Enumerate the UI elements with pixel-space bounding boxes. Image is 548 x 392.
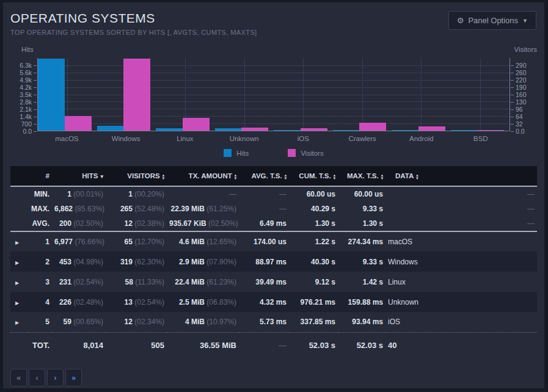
- avg-ts-cell: 5.73 ms: [239, 312, 289, 332]
- os-name: iOS: [388, 318, 400, 326]
- expand-row-button[interactable]: ▶: [10, 272, 27, 292]
- hits-cell: 200 (02.50%): [52, 216, 106, 231]
- expand-caret-icon: ▶: [15, 320, 19, 325]
- empty-value: —: [527, 205, 535, 213]
- avg-ts-cell: 174.00 us: [239, 231, 289, 252]
- y-axis-tick: 0.0: [516, 128, 525, 135]
- cell-value: 5.73 ms: [260, 318, 287, 326]
- empty-value: —: [229, 190, 236, 198]
- expand-row-button[interactable]: ▶: [10, 231, 27, 252]
- expand-row-button[interactable]: ▶: [10, 252, 27, 272]
- os-stats-table-wrap: #HITS▾VISITORS▴▾TX. AMOUNT▴▾AVG. T.S.▴▾C…: [3, 166, 544, 356]
- table-row-linux[interactable]: ▶3231 (02.54%)58 (11.33%)22.4 MiB (61.23…: [10, 272, 537, 292]
- visitors-bar-windows[interactable]: [123, 59, 150, 131]
- os-stats-table: #HITS▾VISITORS▴▾TX. AMOUNT▴▾AVG. T.S.▴▾C…: [10, 166, 537, 356]
- col-header-cum-t-s[interactable]: CUM. T.S.▴▾: [289, 166, 338, 186]
- legend-label: Hits: [236, 150, 249, 157]
- hits-cell: 1 (00.01%): [52, 186, 106, 201]
- visitors-cell: 13 (02.54%): [106, 292, 167, 312]
- cell-value: 6,862: [54, 205, 73, 213]
- y-axis-tick: 3.5k: [20, 91, 32, 98]
- hits-bar-macos[interactable]: [38, 59, 65, 131]
- max-ts-cell: 159.88 ms: [338, 292, 385, 312]
- col-header-tx-amount[interactable]: TX. AMOUNT▴▾: [167, 166, 239, 186]
- sort-both-icon: ▴▾: [416, 173, 418, 180]
- table-row-unknown[interactable]: ▶4226 (02.48%)13 (02.54%)2.5 MiB (06.83%…: [10, 292, 537, 312]
- x-axis-label-crawlers: Crawlers: [333, 131, 392, 142]
- cell-value: 2.5 MiB: [179, 298, 205, 307]
- row-index: 4: [27, 292, 52, 312]
- col-header-avg-t-s[interactable]: AVG. T.S.▴▾: [239, 166, 289, 186]
- expand-caret-icon: ▶: [15, 260, 19, 266]
- cell-value: 319: [120, 258, 133, 266]
- x-axis-label-android: Android: [392, 131, 451, 142]
- visitors-bar-unknown[interactable]: [241, 128, 268, 131]
- cell-percent: (06.83%): [206, 298, 236, 307]
- cell-value: 40: [388, 341, 396, 350]
- expand-caret-icon: ▶: [15, 240, 19, 245]
- y-axis-tick: 290: [516, 62, 527, 69]
- cell-percent: (04.98%): [73, 258, 103, 266]
- cum-ts-cell: 1.30 s: [289, 216, 338, 231]
- hits-bar-linux[interactable]: [156, 128, 183, 131]
- hits-bar-unknown[interactable]: [215, 128, 242, 131]
- y-axis-tick: 700: [21, 120, 32, 128]
- hits-bar-windows[interactable]: [97, 126, 124, 131]
- first-page-button[interactable]: «: [10, 369, 27, 387]
- os-bar-chart: Hits Visitors 6.3k5.6k4.9k4.2k3.5k2.8k2.…: [3, 46, 544, 157]
- summary-row-label: MAX.: [10, 201, 52, 216]
- max-ts-cell: 9.33 s: [338, 201, 385, 216]
- cell-value: 1.30 s: [363, 219, 383, 228]
- avg-ts-cell: 39.49 ms: [239, 272, 289, 292]
- caret-down-icon: ▼: [522, 18, 528, 24]
- col-header-visitors[interactable]: VISITORS▴▾: [106, 166, 167, 186]
- cum-ts-cell: 9.12 s: [289, 272, 338, 292]
- y-axis-tick: 4.9k: [20, 76, 32, 84]
- visitors-bar-crawlers[interactable]: [359, 123, 386, 131]
- visitors-bar-bsd[interactable]: [477, 130, 504, 131]
- hits-bar-bsd[interactable]: [451, 130, 478, 131]
- legend-swatch-hits: [224, 149, 232, 157]
- col-header-max-t-s[interactable]: MAX. T.S.▴▾: [338, 166, 385, 186]
- visitors-bar-macos[interactable]: [65, 116, 92, 131]
- hits-bar-ios[interactable]: [274, 130, 301, 131]
- table-row-macos[interactable]: ▶16,977 (76.66%)65 (12.70%)4.6 MiB (12.6…: [10, 231, 537, 252]
- cell-percent: (11.33%): [135, 278, 164, 286]
- left-axis-title: Hits: [21, 46, 34, 53]
- last-page-button[interactable]: »: [65, 369, 82, 387]
- cell-value: 1.22 s: [315, 238, 335, 246]
- col-header-data[interactable]: DATA▴▾: [385, 166, 537, 186]
- visitors-bar-android[interactable]: [418, 126, 445, 131]
- cell-percent: (61.23%): [206, 278, 236, 286]
- bar-group-linux: [156, 58, 215, 131]
- col-header-hits[interactable]: HITS▾: [52, 166, 106, 186]
- sort-both-icon: ▴▾: [235, 173, 236, 180]
- cell-value: 159.88 ms: [348, 298, 383, 307]
- hits-cell: 6,977 (76.66%): [52, 231, 106, 252]
- hits-y-axis: 6.3k5.6k4.9k4.2k3.5k2.8k2.1k1.4k7000.0: [9, 58, 37, 131]
- total-cum-ts-cell: 52.03 s: [289, 332, 338, 356]
- data-cell: Unknown: [385, 292, 537, 312]
- hits-bar-crawlers[interactable]: [333, 130, 360, 131]
- table-row-windows[interactable]: ▶2453 (04.98%)319 (62.30%)2.9 MiB (07.90…: [10, 252, 537, 272]
- panel-options-button[interactable]: ⚙ Panel Options ▼: [448, 11, 536, 30]
- data-cell: —: [385, 201, 537, 216]
- cell-value: 4.6 MiB: [179, 238, 205, 246]
- sort-both-icon: ▴▾: [334, 173, 335, 180]
- visitors-cell: 65 (12.70%): [106, 231, 167, 252]
- prev-page-button[interactable]: ‹: [29, 369, 45, 387]
- cell-value: 60.00 us: [307, 190, 335, 198]
- table-row-ios[interactable]: ▶559 (00.65%)12 (02.34%)4 MiB (10.97%)5.…: [10, 312, 537, 332]
- visitors-bar-linux[interactable]: [183, 118, 210, 131]
- bar-group-bsd: [451, 58, 510, 131]
- cell-value: 65: [125, 238, 133, 246]
- expand-row-button[interactable]: ▶: [10, 292, 27, 312]
- total-avg-ts-cell: —: [239, 332, 289, 356]
- next-page-button[interactable]: ›: [47, 369, 64, 387]
- cell-value: 13: [125, 298, 133, 307]
- expand-row-button[interactable]: ▶: [10, 312, 27, 332]
- sort-desc-icon: ▾: [100, 173, 103, 180]
- summary-row-max: MAX.6,862 (85.63%)265 (52.48%)22.39 MiB …: [10, 201, 537, 216]
- hits-bar-android[interactable]: [392, 130, 418, 131]
- visitors-bar-ios[interactable]: [301, 128, 327, 131]
